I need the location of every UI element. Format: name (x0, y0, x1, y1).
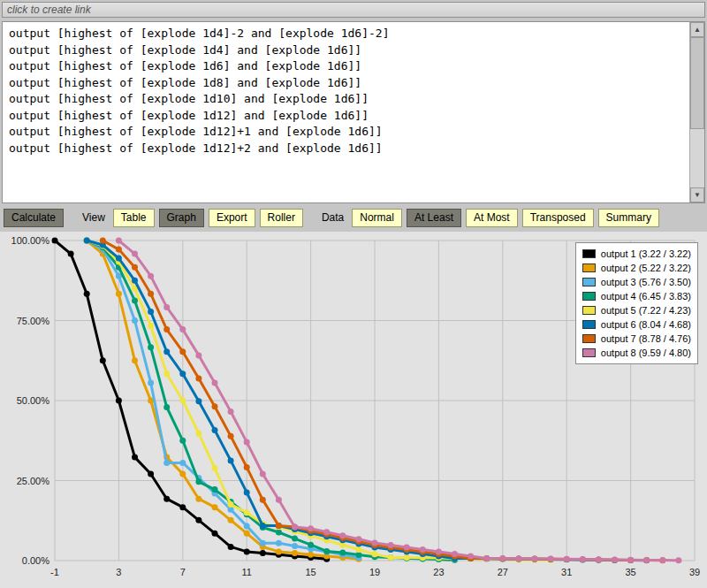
legend-item-output-2: output 2 (5.22 / 3.22) (582, 261, 691, 275)
data-button-summary[interactable]: Summary (598, 209, 659, 227)
graph-legend: output 1 (3.22 / 3.22)output 2 (5.22 / 3… (575, 242, 698, 364)
view-button-group: TableGraphExportRoller (113, 209, 303, 227)
legend-swatch-output-8 (582, 348, 596, 357)
legend-label-output-6: output 6 (8.04 / 4.68) (601, 319, 691, 330)
code-line-2: output [highest of [explode 1d4] and [ex… (9, 42, 683, 59)
legend-label-output-5: output 5 (7.22 / 4.23) (601, 305, 691, 316)
program-code: output [highest of [explode 1d4]-2 and [… (9, 26, 683, 199)
legend-label-output-3: output 3 (5.76 / 3.50) (601, 277, 691, 287)
code-line-3: output [highest of [explode 1d6] and [ex… (9, 58, 683, 75)
legend-swatch-output-1 (582, 249, 596, 258)
legend-swatch-output-3 (582, 278, 596, 286)
view-label: View (82, 211, 105, 224)
legend-item-output-6: output 6 (8.04 / 4.68) (582, 317, 691, 332)
legend-item-output-8: output 8 (9.59 / 4.80) (582, 346, 691, 360)
code-line-7: output [highest of [explode 1d12]+1 and … (9, 124, 683, 141)
view-button-table[interactable]: Table (113, 209, 155, 227)
legend-label-output-1: output 1 (3.22 / 3.22) (601, 248, 691, 259)
legend-item-output-7: output 7 (8.78 / 4.76) (582, 332, 691, 346)
code-line-5: output [highest of [explode 1d10] and [e… (9, 91, 683, 108)
scrollbar-thumb[interactable] (690, 37, 704, 129)
svg-text:100.00%: 100.00% (11, 235, 50, 246)
data-button-transposed[interactable]: Transposed (522, 209, 594, 227)
graph-area: 100.00%75.00%50.00%25.00%0.00%-137111519… (0, 232, 707, 588)
data-button-at-most[interactable]: At Most (466, 209, 518, 227)
svg-text:39: 39 (689, 567, 700, 577)
svg-text:50.00%: 50.00% (17, 395, 50, 406)
svg-text:23: 23 (433, 567, 444, 577)
legend-item-output-3: output 3 (5.76 / 3.50) (582, 275, 691, 289)
data-button-normal[interactable]: Normal (352, 209, 402, 227)
svg-text:0.00%: 0.00% (22, 555, 49, 566)
editor-scrollbar[interactable]: ▲ ▼ (689, 22, 704, 202)
svg-text:19: 19 (369, 567, 380, 577)
data-label: Data (322, 211, 344, 224)
code-line-6: output [highest of [explode 1d12] and [e… (9, 108, 683, 125)
svg-text:7: 7 (180, 567, 186, 577)
legend-label-output-2: output 2 (5.22 / 3.22) (601, 263, 691, 273)
code-line-1: output [highest of [explode 1d4]-2 and [… (9, 26, 683, 42)
svg-text:3: 3 (116, 567, 121, 577)
code-line-8: output [highest of [explode 1d12]+2 and … (9, 141, 683, 157)
legend-swatch-output-2 (582, 263, 596, 272)
view-button-export[interactable]: Export (209, 209, 255, 227)
create-link-bar[interactable]: click to create link (2, 2, 705, 18)
svg-text:25.00%: 25.00% (17, 476, 50, 486)
scroll-up-icon[interactable]: ▲ (690, 22, 704, 37)
legend-item-output-4: output 4 (6.45 / 3.83) (582, 289, 691, 303)
svg-text:11: 11 (241, 567, 251, 577)
svg-text:27: 27 (498, 567, 508, 577)
calculate-button[interactable]: Calculate (4, 209, 64, 227)
svg-text:35: 35 (625, 567, 635, 577)
legend-item-output-1: output 1 (3.22 / 3.22) (582, 247, 691, 261)
legend-swatch-output-5 (582, 306, 596, 315)
legend-label-output-8: output 8 (9.59 / 4.80) (601, 347, 691, 358)
program-editor[interactable]: output [highest of [explode 1d4]-2 and [… (2, 21, 705, 203)
legend-swatch-output-6 (582, 320, 596, 329)
legend-item-output-5: output 5 (7.22 / 4.23) (582, 303, 691, 317)
toolbar: Calculate View TableGraphExportRoller Da… (4, 206, 705, 229)
code-line-4: output [highest of [explode 1d8] and [ex… (9, 75, 683, 92)
create-link-placeholder: click to create link (7, 4, 91, 16)
data-button-at-least[interactable]: At Least (407, 209, 461, 227)
legend-swatch-output-7 (582, 334, 596, 343)
svg-text:15: 15 (305, 567, 315, 577)
view-button-graph[interactable]: Graph (159, 209, 204, 227)
view-button-roller[interactable]: Roller (260, 209, 303, 227)
data-button-group: NormalAt LeastAt MostTransposedSummary (352, 209, 659, 227)
legend-label-output-4: output 4 (6.45 / 3.83) (601, 291, 691, 302)
svg-text:31: 31 (561, 567, 572, 577)
svg-text:-1: -1 (50, 567, 59, 577)
legend-label-output-7: output 7 (8.78 / 4.76) (601, 333, 691, 344)
legend-swatch-output-4 (582, 292, 596, 301)
scroll-down-icon[interactable]: ▼ (690, 187, 704, 202)
svg-text:75.00%: 75.00% (17, 316, 50, 326)
